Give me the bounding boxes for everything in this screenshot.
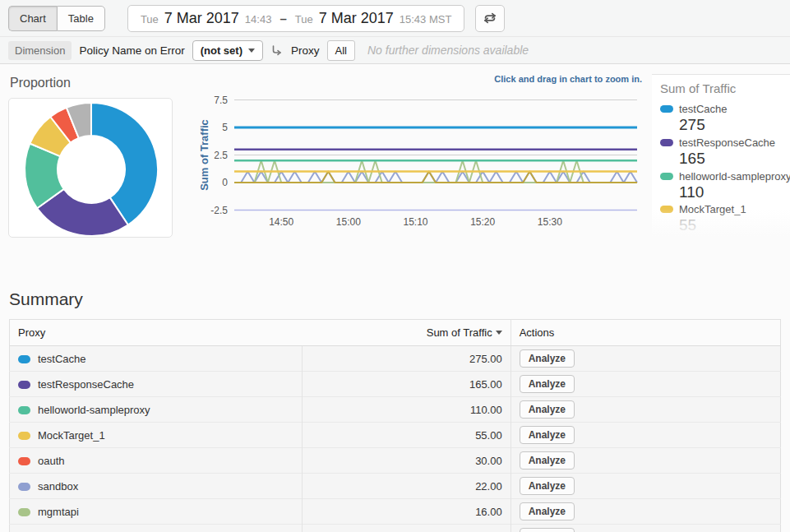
legend-item[interactable]: testResponseCache165 — [660, 136, 790, 169]
proxy-name: MockTarget_1 — [38, 429, 105, 442]
legend-color-dot — [660, 105, 673, 113]
table-view-button[interactable]: Table — [57, 6, 105, 31]
column-header-actions: Actions — [510, 320, 780, 346]
proxy-color-dot — [18, 432, 30, 440]
x-tick-label: 15:20 — [470, 216, 495, 228]
proxy-name: testResponseCache — [38, 378, 134, 391]
traffic-value: 55.00 — [303, 423, 510, 448]
y-tick-label: 7.5 — [214, 95, 228, 106]
table-row: sandbox22.00Analyze — [10, 474, 781, 499]
legend-item[interactable]: helloworld-sampleproxy110 — [660, 170, 790, 202]
summary-table: Proxy Sum of Traffic Actions testCache27… — [9, 319, 781, 532]
y-tick-label: 0 — [222, 177, 228, 188]
analyze-button[interactable]: Analyze — [520, 349, 575, 368]
proxy-name: testCache — [38, 353, 86, 365]
date-range-separator: – — [277, 12, 289, 25]
table-row: mgmtapi16.00Analyze — [10, 499, 781, 525]
y-tick-label: 5 — [222, 122, 228, 133]
legend-item[interactable]: MockTarget_155 — [660, 203, 790, 235]
chart-legend: Sum of Traffic testCache275testResponseC… — [652, 74, 790, 237]
x-tick-label: 15:10 — [403, 216, 427, 228]
traffic-line-chart[interactable]: -2.502.557.514:5015:0015:1015:2015:30Sum… — [197, 86, 645, 234]
dimension-value-dropdown[interactable]: (not set) — [192, 40, 263, 61]
analyze-button[interactable]: Analyze — [520, 502, 575, 520]
view-toggle: Chart Table — [8, 6, 105, 31]
legend-label: MockTarget_1 — [679, 203, 746, 215]
analyze-button[interactable]: Analyze — [520, 400, 575, 419]
dimension-label: Dimension — [8, 41, 72, 60]
y-tick-label: 2.5 — [214, 150, 228, 161]
series-line-MockTarget_2 — [234, 172, 637, 183]
y-axis-label: Sum of Traffic — [198, 119, 210, 191]
column-header-traffic[interactable]: Sum of Traffic — [303, 320, 510, 346]
x-tick-label: 15:30 — [538, 216, 562, 228]
proportion-title: Proportion — [10, 76, 182, 90]
table-row: oauth30.00Analyze — [10, 448, 781, 474]
legend-value: 110 — [679, 183, 790, 202]
proxy-filter-all-button[interactable]: All — [327, 40, 355, 61]
traffic-value: 275.00 — [303, 346, 510, 372]
chevron-down-icon — [248, 49, 255, 53]
proxy-name: sandbox — [38, 480, 78, 493]
proxy-color-dot — [18, 457, 30, 465]
summary-title: Summary — [9, 289, 781, 309]
start-date: 7 Mar 2017 — [164, 10, 239, 27]
charts-section: Proportion Click and drag in chart to zo… — [0, 64, 790, 252]
proxy-color-dot — [18, 508, 30, 516]
actions-cell: Analyze — [510, 346, 780, 372]
proxy-cell: MockTarget_2 — [10, 525, 303, 532]
dimension-value: (not set) — [201, 44, 243, 57]
traffic-value: 22.00 — [303, 474, 510, 499]
legend-color-dot — [660, 206, 673, 213]
actions-cell: Analyze — [510, 448, 780, 474]
actions-cell: Analyze — [510, 423, 780, 448]
refresh-button[interactable] — [475, 5, 505, 32]
chart-zoom-hint: Click and drag in chart to zoom in. — [494, 74, 642, 84]
actions-cell: Analyze — [510, 397, 780, 423]
proxy-cell: testCache — [10, 346, 303, 372]
actions-cell: Analyze — [510, 372, 780, 397]
chart-view-button[interactable]: Chart — [8, 6, 57, 31]
summary-section: Summary Proxy Sum of Traffic Actions tes… — [0, 289, 790, 532]
proxy-cell: MockTarget_1 — [10, 423, 303, 448]
drilldown-arrow-icon — [270, 45, 284, 56]
proxy-color-dot — [18, 355, 30, 363]
table-row: MockTarget_155.00Analyze — [10, 423, 781, 448]
traffic-value: 165.00 — [303, 372, 510, 397]
proxy-cell: helloworld-sampleproxy — [10, 397, 303, 423]
start-day: Tue — [141, 13, 159, 25]
x-tick-label: 15:00 — [336, 216, 361, 228]
proportion-donut-card — [8, 98, 173, 238]
analyze-button[interactable]: Analyze — [520, 477, 575, 495]
proxy-cell: sandbox — [10, 474, 303, 499]
legend-label: testResponseCache — [679, 136, 775, 149]
legend-value: 275 — [679, 115, 790, 135]
traffic-value: 110.00 — [303, 397, 510, 423]
no-dimensions-note: No further dimensions available — [367, 44, 529, 57]
proxy-cell: oauth — [10, 448, 303, 474]
analyze-button[interactable]: Analyze — [520, 426, 575, 444]
table-row: helloworld-sampleproxy110.00Analyze — [10, 397, 781, 423]
analyze-button[interactable]: Analyze — [520, 451, 575, 470]
analyze-button[interactable]: Analyze — [520, 528, 575, 532]
primary-dimension-name: Policy Name on Error — [79, 44, 184, 57]
analyze-button[interactable]: Analyze — [520, 375, 575, 393]
date-range-button[interactable]: Tue 7 Mar 2017 14:43 – Tue 7 Mar 2017 15… — [127, 5, 464, 32]
end-time: 15:43 MST — [400, 13, 452, 25]
proxy-color-dot — [18, 406, 30, 414]
legend-value: 55 — [679, 215, 790, 235]
legend-value: 165 — [679, 149, 790, 169]
top-toolbar: Chart Table Tue 7 Mar 2017 14:43 – Tue 7… — [0, 0, 790, 37]
proxy-cell: testResponseCache — [10, 372, 303, 397]
start-time: 14:43 — [245, 13, 272, 25]
y-tick-label: -2.5 — [210, 205, 228, 216]
proxy-color-dot — [18, 381, 30, 389]
actions-cell: Analyze — [510, 525, 780, 532]
column-header-proxy[interactable]: Proxy — [10, 320, 303, 346]
x-tick-label: 14:50 — [269, 216, 293, 228]
legend-item[interactable]: testCache275 — [660, 103, 790, 135]
series-line-sandbox — [234, 172, 637, 183]
proxy-cell: mgmtapi — [10, 499, 303, 525]
sort-desc-icon — [496, 331, 502, 335]
proportion-donut-chart[interactable] — [9, 99, 173, 238]
